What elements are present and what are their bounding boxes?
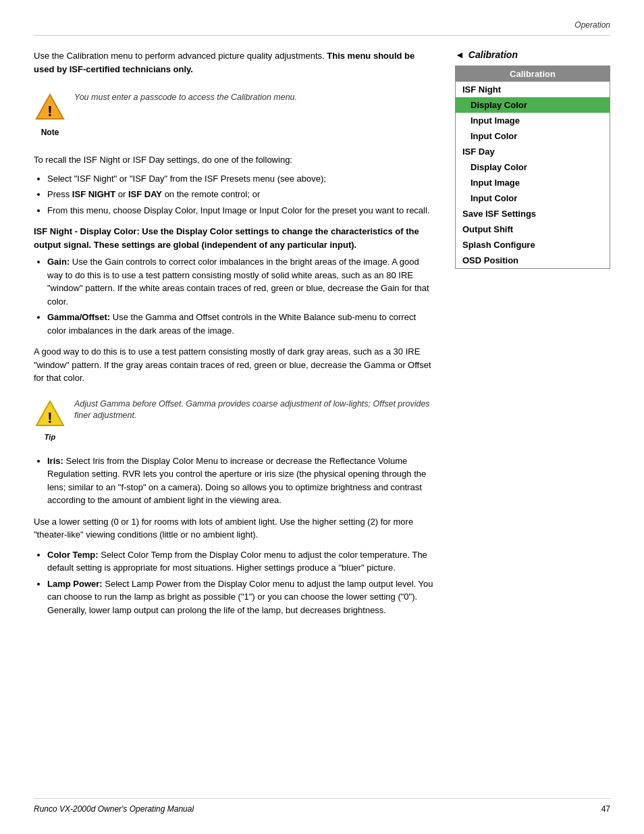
menu-header-row: Calibration [456, 66, 610, 82]
table-row[interactable]: Input Image [456, 113, 610, 128]
tip-text: Adjust Gamma before Offset. Gamma provid… [74, 399, 430, 421]
menu-item-input-image-2[interactable]: Input Image [456, 175, 610, 190]
table-row[interactable]: ISF Day [456, 144, 610, 159]
footer-page-number: 47 [601, 804, 610, 814]
menu-item-splash-configure[interactable]: Splash Configure [456, 237, 610, 253]
tip-label: Tip [34, 433, 66, 441]
bullet-list-4: Color Temp: Select Color Temp from the D… [47, 548, 435, 617]
gamma-bold: Gamma/Offset: [47, 312, 110, 322]
menu-item-input-color-1[interactable]: Input Color [456, 128, 610, 144]
menu-item-isf-night[interactable]: ISF Night [456, 82, 610, 97]
colortemp-bold: Color Temp: [47, 550, 99, 560]
table-row[interactable]: Save ISF Settings [456, 206, 610, 221]
list-item: Select "ISF Night" or "ISF Day" from the… [47, 172, 435, 186]
iris-para: Use a lower setting (0 or 1) for rooms w… [34, 515, 435, 542]
calibration-menu: Calibration ISF Night Display Color Inpu… [455, 66, 610, 269]
sidebar: ◄ Calibration Calibration ISF Night Disp… [455, 49, 610, 625]
list-item: From this menu, choose Display Color, In… [47, 204, 435, 217]
table-row[interactable]: Display Color [456, 97, 610, 113]
page: Operation Use the Calibration menu to pe… [0, 0, 644, 834]
lamppower-text: Select Lamp Power from the Display Color… [47, 579, 433, 615]
tip-icon: ! [34, 398, 66, 431]
note-icon: ! [34, 92, 66, 124]
tip-icon-block: ! Tip [34, 398, 66, 441]
note-icon-block: ! Note [34, 92, 66, 137]
note-label: Note [34, 128, 66, 137]
recall-heading: To recall the ISF Night or ISF Day setti… [34, 153, 435, 167]
tip-box: ! Tip Adjust Gamma before Offset. Gamma … [34, 396, 435, 444]
note-text: You must enter a passcode to access the … [74, 92, 297, 104]
menu-item-display-color-selected[interactable]: Display Color [456, 97, 610, 113]
intro-normal: Use the Calibration menu to perform adva… [34, 51, 327, 61]
sidebar-arrow-icon: ◄ [455, 49, 464, 60]
list-item: Lamp Power: Select Lamp Power from the D… [47, 577, 435, 617]
section1-heading: ISF Night - Display Color: Use the Displ… [34, 225, 435, 251]
menu-item-isf-day[interactable]: ISF Day [456, 144, 610, 159]
footer-manual-title: Runco VX-2000d Owner's Operating Manual [34, 804, 194, 814]
content-area: Use the Calibration menu to perform adva… [34, 49, 610, 625]
menu-item-display-color-2[interactable]: Display Color [456, 159, 610, 175]
bullet-list-3: Iris: Select Iris from the Display Color… [47, 454, 435, 507]
tip-text-block: Adjust Gamma before Offset. Gamma provid… [74, 398, 435, 422]
svg-text:!: ! [47, 409, 52, 426]
list-item: Color Temp: Select Color Temp from the D… [47, 548, 435, 575]
sidebar-heading: ◄ Calibration [455, 49, 610, 60]
page-header: Operation [34, 20, 610, 36]
list-item: Press ISF NIGHT or ISF DAY on the remote… [47, 188, 435, 201]
menu-item-osd-position[interactable]: OSD Position [456, 253, 610, 269]
menu-item-save-isf[interactable]: Save ISF Settings [456, 206, 610, 221]
list-item: Gain: Use the Gain controls to correct c… [47, 255, 435, 308]
list-item: Iris: Select Iris from the Display Color… [47, 454, 435, 507]
table-row[interactable]: Input Image [456, 175, 610, 190]
table-row[interactable]: OSD Position [456, 253, 610, 269]
note-text-block: You must enter a passcode to access the … [74, 92, 297, 104]
menu-header-cell: Calibration [456, 66, 610, 82]
note-box: ! Note You must enter a passcode to acce… [34, 89, 435, 140]
header-text: Operation [574, 20, 610, 30]
iris-bold: Iris: [47, 456, 63, 466]
table-row[interactable]: Splash Configure [456, 237, 610, 253]
sidebar-heading-text: Calibration [468, 49, 518, 60]
menu-item-input-image-1[interactable]: Input Image [456, 113, 610, 128]
main-content: Use the Calibration menu to perform adva… [34, 49, 435, 625]
intro-paragraph: Use the Calibration menu to perform adva… [34, 49, 435, 76]
svg-text:!: ! [47, 103, 52, 120]
page-footer: Runco VX-2000d Owner's Operating Manual … [34, 798, 610, 814]
iris-text: Select Iris from the Display Color Menu … [47, 456, 426, 506]
gain-text: Use the Gain controls to correct color i… [47, 257, 429, 307]
table-row[interactable]: Input Color [456, 190, 610, 206]
table-row[interactable]: ISF Night [456, 82, 610, 97]
table-row[interactable]: Display Color [456, 159, 610, 175]
bullet-list-2: Gain: Use the Gain controls to correct c… [47, 255, 435, 337]
table-row[interactable]: Input Color [456, 128, 610, 144]
list-item: Gamma/Offset: Use the Gamma and Offset c… [47, 311, 435, 337]
gamma-para: A good way to do this is to use a test p… [34, 345, 435, 385]
table-row[interactable]: Output Shift [456, 221, 610, 237]
lamppower-bold: Lamp Power: [47, 579, 103, 589]
menu-item-input-color-2[interactable]: Input Color [456, 190, 610, 206]
recall-bullet-list: Select "ISF Night" or "ISF Day" from the… [47, 172, 435, 217]
gain-bold: Gain: [47, 257, 70, 267]
menu-item-output-shift[interactable]: Output Shift [456, 221, 610, 237]
section1-heading-bold: ISF Night - Display Color: [34, 226, 140, 236]
colortemp-text: Select Color Temp from the Display Color… [47, 550, 427, 573]
